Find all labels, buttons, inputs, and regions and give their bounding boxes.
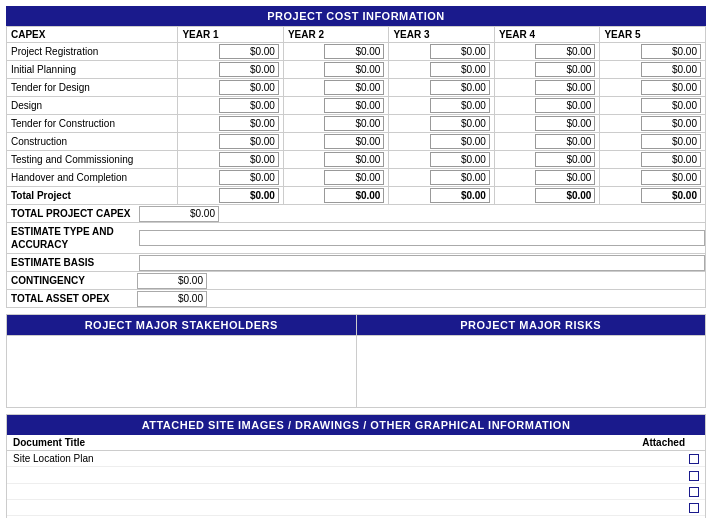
year3-input[interactable] <box>430 152 490 167</box>
estimate-basis-input[interactable] <box>139 255 705 271</box>
year3-input[interactable] <box>430 116 490 131</box>
year5-input[interactable] <box>641 116 701 131</box>
year5-input[interactable] <box>641 80 701 95</box>
year4-input[interactable] <box>535 116 595 131</box>
total-capex-row: TOTAL PROJECT CAPEX <box>6 205 706 223</box>
attached-checkbox-cell <box>408 483 705 499</box>
stakeholders-textarea[interactable] <box>7 335 356 405</box>
year4-input[interactable] <box>535 98 595 113</box>
year2-input[interactable] <box>324 44 384 59</box>
year1-input[interactable] <box>219 62 279 77</box>
year3-input[interactable] <box>430 134 490 149</box>
risks-textarea[interactable] <box>357 335 706 405</box>
total-capex-input[interactable] <box>139 206 219 222</box>
year2-input[interactable] <box>324 152 384 167</box>
year2-input[interactable] <box>324 62 384 77</box>
attached-checkbox[interactable] <box>689 454 699 464</box>
year3-input[interactable] <box>430 98 490 113</box>
year4-input[interactable] <box>535 134 595 149</box>
table-row: Tender for Construction <box>7 115 706 133</box>
year4-total-input[interactable] <box>535 188 595 203</box>
year4-input[interactable] <box>535 170 595 185</box>
year4-input[interactable] <box>535 62 595 77</box>
doc-title-header: Document Title <box>7 435 408 451</box>
year4-input[interactable] <box>535 44 595 59</box>
project-cost-header: PROJECT COST INFORMATION <box>6 6 706 26</box>
attached-row <box>7 500 705 516</box>
year5-input[interactable] <box>641 134 701 149</box>
year3-input[interactable] <box>430 170 490 185</box>
attached-checkbox[interactable] <box>689 503 699 513</box>
year3-input[interactable] <box>430 62 490 77</box>
col-year5: YEAR 5 <box>600 27 706 43</box>
table-row: Initial Planning <box>7 61 706 79</box>
year2-input[interactable] <box>324 116 384 131</box>
year5-input[interactable] <box>641 98 701 113</box>
row-label: Handover and Completion <box>7 169 178 187</box>
doc-title-cell <box>7 500 408 516</box>
estimate-type-input[interactable] <box>139 230 705 246</box>
table-row-total: Total Project <box>7 187 706 205</box>
year2-total-input[interactable] <box>324 188 384 203</box>
attached-header-col: Attached <box>408 435 705 451</box>
total-capex-label: TOTAL PROJECT CAPEX <box>7 206 137 221</box>
stakeholders-header: ROJECT MAJOR STAKEHOLDERS <box>7 315 356 335</box>
table-row: Testing and Commissioning <box>7 151 706 169</box>
estimate-type-label: ESTIMATE TYPE ANDACCURACY <box>7 223 137 253</box>
year2-input[interactable] <box>324 98 384 113</box>
attached-row <box>7 483 705 499</box>
attached-section: ATTACHED SITE IMAGES / DRAWINGS / OTHER … <box>6 414 706 518</box>
estimate-type-row: ESTIMATE TYPE ANDACCURACY <box>6 223 706 254</box>
attached-checkbox[interactable] <box>689 487 699 497</box>
year1-input[interactable] <box>219 80 279 95</box>
table-row: Project Registration <box>7 43 706 61</box>
year5-total-input[interactable] <box>641 188 701 203</box>
total-asset-opex-input[interactable] <box>137 291 207 307</box>
year2-input[interactable] <box>324 80 384 95</box>
attached-row <box>7 467 705 483</box>
contingency-label: CONTINGENCY <box>7 273 137 288</box>
year3-total-input[interactable] <box>430 188 490 203</box>
row-label: Construction <box>7 133 178 151</box>
estimate-basis-row: ESTIMATE BASIS <box>6 254 706 272</box>
row-label-total: Total Project <box>7 187 178 205</box>
year2-input[interactable] <box>324 134 384 149</box>
row-label: Tender for Construction <box>7 115 178 133</box>
year3-input[interactable] <box>430 80 490 95</box>
col-year4: YEAR 4 <box>494 27 600 43</box>
attached-table: Document Title Attached Site Location Pl… <box>7 435 705 518</box>
year5-input[interactable] <box>641 62 701 77</box>
year1-input[interactable] <box>219 152 279 167</box>
contingency-input[interactable] <box>137 273 207 289</box>
cost-table: CAPEX YEAR 1 YEAR 2 YEAR 3 YEAR 4 YEAR 5… <box>6 26 706 205</box>
year2-input[interactable] <box>324 170 384 185</box>
year3-input[interactable] <box>430 44 490 59</box>
year4-input[interactable] <box>535 80 595 95</box>
year1-input[interactable] <box>219 170 279 185</box>
doc-title-cell <box>7 483 408 499</box>
contingency-row: CONTINGENCY <box>6 272 706 290</box>
year1-input[interactable] <box>219 44 279 59</box>
col-capex: CAPEX <box>7 27 178 43</box>
table-row: Design <box>7 97 706 115</box>
year5-input[interactable] <box>641 170 701 185</box>
attached-header: ATTACHED SITE IMAGES / DRAWINGS / OTHER … <box>7 415 705 435</box>
year4-input[interactable] <box>535 152 595 167</box>
attached-checkbox-cell <box>408 500 705 516</box>
row-label: Tender for Design <box>7 79 178 97</box>
stakeholders-risks-section: ROJECT MAJOR STAKEHOLDERS PROJECT MAJOR … <box>6 314 706 408</box>
col-year2: YEAR 2 <box>283 27 389 43</box>
attached-checkbox[interactable] <box>689 471 699 481</box>
attached-checkbox-cell <box>408 451 705 467</box>
year5-input[interactable] <box>641 152 701 167</box>
project-cost-section: PROJECT COST INFORMATION CAPEX YEAR 1 YE… <box>6 6 706 308</box>
risks-panel: PROJECT MAJOR RISKS <box>357 315 706 407</box>
year1-total-input[interactable] <box>219 188 279 203</box>
estimate-basis-label: ESTIMATE BASIS <box>7 255 137 270</box>
year1-input[interactable] <box>219 98 279 113</box>
row-label: Testing and Commissioning <box>7 151 178 169</box>
year5-input[interactable] <box>641 44 701 59</box>
stakeholders-panel: ROJECT MAJOR STAKEHOLDERS <box>7 315 357 407</box>
year1-input[interactable] <box>219 134 279 149</box>
year1-input[interactable] <box>219 116 279 131</box>
